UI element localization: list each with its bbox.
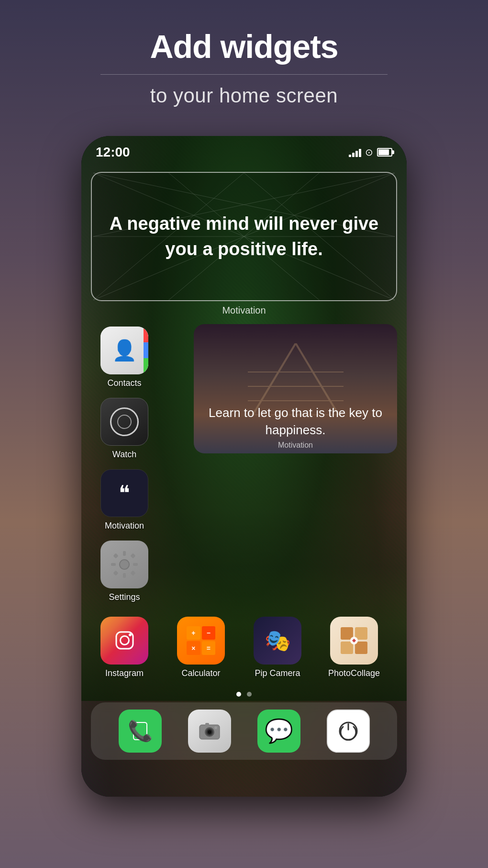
- battery-icon: [377, 148, 392, 157]
- app-item-motivation[interactable]: ❝ Motivation: [86, 464, 163, 536]
- dock-phone[interactable]: 📞: [119, 710, 162, 753]
- header-divider: [100, 74, 388, 75]
- contacts-icon[interactable]: 👤: [100, 327, 148, 374]
- page-dot-1[interactable]: [236, 692, 241, 697]
- svg-rect-10: [123, 551, 126, 556]
- svg-rect-17: [130, 570, 135, 575]
- app-item-settings[interactable]: Settings: [86, 536, 163, 607]
- svg-point-36: [208, 730, 211, 734]
- battery-fill: [378, 149, 389, 155]
- app-item-watch[interactable]: Watch: [86, 393, 163, 464]
- middle-section: 👤 Contacts: [81, 322, 407, 607]
- header-subtitle: to your home screen: [38, 84, 450, 107]
- svg-rect-29: [341, 642, 353, 654]
- phone: 12:00 ⊙: [81, 136, 407, 797]
- svg-point-25: [120, 636, 129, 645]
- svg-rect-14: [113, 553, 118, 558]
- status-bar: 12:00 ⊙: [81, 136, 407, 165]
- svg-rect-11: [123, 573, 126, 578]
- photocollage-icon[interactable]: [330, 617, 378, 665]
- status-time: 12:00: [96, 145, 130, 160]
- page-title: Add widgets: [38, 29, 450, 65]
- settings-label: Settings: [109, 592, 140, 602]
- app-item-photocollage[interactable]: PhotoCollage: [316, 612, 392, 683]
- medium-quote-widget[interactable]: Learn to let go that is the key to happi…: [194, 324, 397, 453]
- motivation-icon[interactable]: ❝: [100, 469, 148, 517]
- app-item-calculator[interactable]: + − × = Calculator: [163, 612, 239, 683]
- svg-rect-37: [205, 723, 209, 726]
- svg-rect-28: [355, 627, 367, 640]
- large-quote-widget[interactable]: A negative mind will never give you a po…: [91, 172, 397, 301]
- dock-messages[interactable]: 💬: [257, 710, 300, 753]
- page-dot-2[interactable]: [247, 692, 252, 697]
- svg-rect-12: [111, 563, 116, 566]
- calculator-label: Calculator: [181, 668, 220, 678]
- svg-rect-27: [341, 627, 353, 640]
- photocollage-label: PhotoCollage: [328, 668, 380, 678]
- pip-label: Pip Camera: [255, 668, 300, 678]
- instagram-icon[interactable]: [100, 617, 148, 665]
- contacts-label: Contacts: [107, 378, 141, 388]
- instagram-label: Instagram: [105, 668, 144, 678]
- large-widget-label: Motivation: [81, 305, 407, 316]
- motivation-label: Motivation: [105, 521, 144, 531]
- dock-camera[interactable]: [188, 710, 231, 753]
- watch-icon[interactable]: [100, 398, 148, 446]
- dock: 📞 💬: [91, 702, 397, 760]
- calculator-icon[interactable]: + − × =: [177, 617, 225, 665]
- svg-point-38: [214, 726, 217, 729]
- wifi-icon: ⊙: [365, 147, 373, 158]
- phone-wrapper: 12:00 ⊙: [0, 126, 488, 797]
- signal-icon: [349, 147, 361, 157]
- dock-power[interactable]: [327, 710, 370, 753]
- status-icons: ⊙: [349, 147, 392, 158]
- app-item-pip[interactable]: 🎭 Pip Camera: [239, 612, 316, 683]
- page-indicators: [81, 692, 407, 697]
- pip-icon[interactable]: 🎭: [254, 617, 301, 665]
- svg-rect-15: [130, 553, 135, 558]
- app-item-contacts[interactable]: 👤 Contacts: [86, 322, 163, 393]
- svg-point-26: [129, 633, 132, 636]
- settings-icon[interactable]: [100, 541, 148, 588]
- svg-rect-30: [355, 642, 367, 654]
- svg-point-9: [120, 560, 129, 569]
- app-item-instagram[interactable]: Instagram: [86, 612, 163, 683]
- medium-widget-text: Learn to let go that is the key to happi…: [194, 404, 397, 439]
- watch-label: Watch: [112, 450, 136, 460]
- medium-widget-label: Motivation: [194, 441, 397, 450]
- svg-rect-16: [113, 570, 118, 575]
- svg-rect-13: [133, 563, 138, 566]
- header-section: Add widgets to your home screen: [0, 0, 488, 126]
- bottom-apps-row: Instagram + − × = Calculator 🎭: [81, 607, 407, 683]
- apps-column: 👤 Contacts: [86, 322, 191, 607]
